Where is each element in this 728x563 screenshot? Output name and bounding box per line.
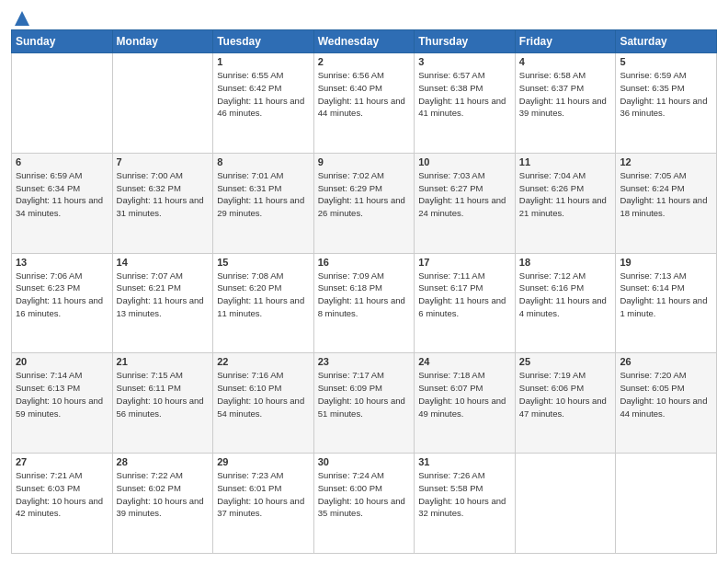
day-info: Sunrise: 7:26 AM Sunset: 5:58 PM Dayligh… [418,469,511,520]
calendar-cell-2-4: 17Sunrise: 7:11 AM Sunset: 6:17 PM Dayli… [415,253,516,353]
logo [11,9,31,24]
calendar-cell-0-3: 2Sunrise: 6:56 AM Sunset: 6:40 PM Daylig… [313,53,415,154]
day-number: 19 [620,257,712,268]
day-info: Sunrise: 7:06 AM Sunset: 6:23 PM Dayligh… [16,270,108,320]
calendar-cell-4-3: 30Sunrise: 7:24 AM Sunset: 6:00 PM Dayli… [313,454,415,554]
calendar-cell-1-2: 8Sunrise: 7:01 AM Sunset: 6:31 PM Daylig… [213,153,314,253]
day-info: Sunrise: 7:00 AM Sunset: 6:32 PM Dayligh… [117,169,210,220]
calendar-body: 1Sunrise: 6:55 AM Sunset: 6:42 PM Daylig… [12,53,717,554]
calendar-week-4: 27Sunrise: 7:21 AM Sunset: 6:03 PM Dayli… [12,454,717,554]
svg-marker-0 [15,11,29,26]
day-info: Sunrise: 6:59 AM Sunset: 6:34 PM Dayligh… [16,169,108,220]
calendar-cell-4-0: 27Sunrise: 7:21 AM Sunset: 6:03 PM Dayli… [12,454,113,554]
day-number: 1 [217,56,310,67]
day-info: Sunrise: 7:07 AM Sunset: 6:21 PM Dayligh… [117,270,210,320]
day-number: 20 [16,356,108,367]
weekday-header-wednesday: Wednesday [313,30,415,53]
day-info: Sunrise: 6:55 AM Sunset: 6:42 PM Dayligh… [217,69,310,120]
calendar-cell-4-6 [616,454,717,554]
day-info: Sunrise: 7:03 AM Sunset: 6:27 PM Dayligh… [418,169,511,220]
day-number: 14 [117,257,210,268]
day-number: 16 [318,257,411,268]
calendar-cell-3-5: 25Sunrise: 7:19 AM Sunset: 6:06 PM Dayli… [515,353,616,454]
calendar-cell-1-0: 6Sunrise: 6:59 AM Sunset: 6:34 PM Daylig… [12,153,113,253]
day-info: Sunrise: 6:57 AM Sunset: 6:38 PM Dayligh… [418,69,511,120]
day-number: 15 [217,257,310,268]
day-number: 30 [318,456,411,467]
day-info: Sunrise: 7:24 AM Sunset: 6:00 PM Dayligh… [318,469,411,520]
calendar-cell-4-4: 31Sunrise: 7:26 AM Sunset: 5:58 PM Dayli… [415,454,516,554]
calendar-cell-1-1: 7Sunrise: 7:00 AM Sunset: 6:32 PM Daylig… [112,153,213,253]
calendar-cell-2-5: 18Sunrise: 7:12 AM Sunset: 6:16 PM Dayli… [515,253,616,353]
calendar-week-1: 6Sunrise: 6:59 AM Sunset: 6:34 PM Daylig… [12,153,717,253]
day-number: 7 [117,156,210,167]
weekday-header-row: SundayMondayTuesdayWednesdayThursdayFrid… [12,30,717,53]
calendar-table: SundayMondayTuesdayWednesdayThursdayFrid… [11,29,717,554]
day-info: Sunrise: 7:17 AM Sunset: 6:09 PM Dayligh… [318,369,411,419]
day-info: Sunrise: 7:01 AM Sunset: 6:31 PM Dayligh… [217,169,310,220]
day-info: Sunrise: 7:12 AM Sunset: 6:16 PM Dayligh… [519,270,612,320]
day-info: Sunrise: 7:04 AM Sunset: 6:26 PM Dayligh… [519,169,612,220]
header [11,9,717,24]
calendar-cell-1-4: 10Sunrise: 7:03 AM Sunset: 6:27 PM Dayli… [415,153,516,253]
day-number: 22 [217,356,310,367]
calendar-week-2: 13Sunrise: 7:06 AM Sunset: 6:23 PM Dayli… [12,253,717,353]
day-info: Sunrise: 6:58 AM Sunset: 6:37 PM Dayligh… [519,69,612,120]
day-info: Sunrise: 7:19 AM Sunset: 6:06 PM Dayligh… [519,369,612,419]
calendar-cell-4-1: 28Sunrise: 7:22 AM Sunset: 6:02 PM Dayli… [112,454,213,554]
day-number: 18 [519,257,612,268]
day-number: 9 [318,156,411,167]
day-number: 2 [318,56,411,67]
day-info: Sunrise: 7:16 AM Sunset: 6:10 PM Dayligh… [217,369,310,419]
day-number: 21 [117,356,210,367]
page: SundayMondayTuesdayWednesdayThursdayFrid… [0,0,728,563]
day-number: 13 [16,257,108,268]
day-number: 10 [418,156,511,167]
calendar-cell-0-2: 1Sunrise: 6:55 AM Sunset: 6:42 PM Daylig… [213,53,314,154]
day-number: 3 [418,56,511,67]
day-number: 11 [519,156,612,167]
calendar-cell-2-2: 15Sunrise: 7:08 AM Sunset: 6:20 PM Dayli… [213,253,314,353]
day-info: Sunrise: 7:05 AM Sunset: 6:24 PM Dayligh… [620,169,712,220]
calendar-cell-0-5: 4Sunrise: 6:58 AM Sunset: 6:37 PM Daylig… [515,53,616,154]
day-info: Sunrise: 7:14 AM Sunset: 6:13 PM Dayligh… [16,369,108,419]
day-number: 25 [519,356,612,367]
day-number: 8 [217,156,310,167]
calendar-cell-3-1: 21Sunrise: 7:15 AM Sunset: 6:11 PM Dayli… [112,353,213,454]
day-info: Sunrise: 7:22 AM Sunset: 6:02 PM Dayligh… [117,469,210,520]
day-info: Sunrise: 7:20 AM Sunset: 6:05 PM Dayligh… [620,369,712,419]
day-number: 29 [217,456,310,467]
day-info: Sunrise: 7:02 AM Sunset: 6:29 PM Dayligh… [318,169,411,220]
calendar-week-3: 20Sunrise: 7:14 AM Sunset: 6:13 PM Dayli… [12,353,717,454]
calendar-cell-1-5: 11Sunrise: 7:04 AM Sunset: 6:26 PM Dayli… [515,153,616,253]
calendar-cell-3-4: 24Sunrise: 7:18 AM Sunset: 6:07 PM Dayli… [415,353,516,454]
day-info: Sunrise: 6:59 AM Sunset: 6:35 PM Dayligh… [620,69,712,120]
weekday-header-saturday: Saturday [616,30,717,53]
calendar-cell-2-6: 19Sunrise: 7:13 AM Sunset: 6:14 PM Dayli… [616,253,717,353]
day-info: Sunrise: 7:21 AM Sunset: 6:03 PM Dayligh… [16,469,108,520]
day-number: 6 [16,156,108,167]
calendar-cell-0-4: 3Sunrise: 6:57 AM Sunset: 6:38 PM Daylig… [415,53,516,154]
calendar-cell-3-6: 26Sunrise: 7:20 AM Sunset: 6:05 PM Dayli… [616,353,717,454]
day-info: Sunrise: 7:15 AM Sunset: 6:11 PM Dayligh… [117,369,210,419]
calendar-cell-0-1 [112,53,213,154]
weekday-header-thursday: Thursday [415,30,516,53]
day-number: 12 [620,156,712,167]
weekday-header-friday: Friday [515,30,616,53]
day-number: 27 [16,456,108,467]
day-number: 24 [418,356,511,367]
day-info: Sunrise: 7:23 AM Sunset: 6:01 PM Dayligh… [217,469,310,520]
day-number: 23 [318,356,411,367]
calendar-cell-2-0: 13Sunrise: 7:06 AM Sunset: 6:23 PM Dayli… [12,253,113,353]
day-number: 28 [117,456,210,467]
weekday-header-tuesday: Tuesday [213,30,314,53]
day-number: 26 [620,356,712,367]
weekday-header-monday: Monday [112,30,213,53]
calendar-cell-4-5 [515,454,616,554]
logo-text [11,9,31,28]
weekday-header-sunday: Sunday [12,30,113,53]
calendar-cell-3-2: 22Sunrise: 7:16 AM Sunset: 6:10 PM Dayli… [213,353,314,454]
day-info: Sunrise: 7:08 AM Sunset: 6:20 PM Dayligh… [217,270,310,320]
day-number: 31 [418,456,511,467]
day-info: Sunrise: 7:09 AM Sunset: 6:18 PM Dayligh… [318,270,411,320]
